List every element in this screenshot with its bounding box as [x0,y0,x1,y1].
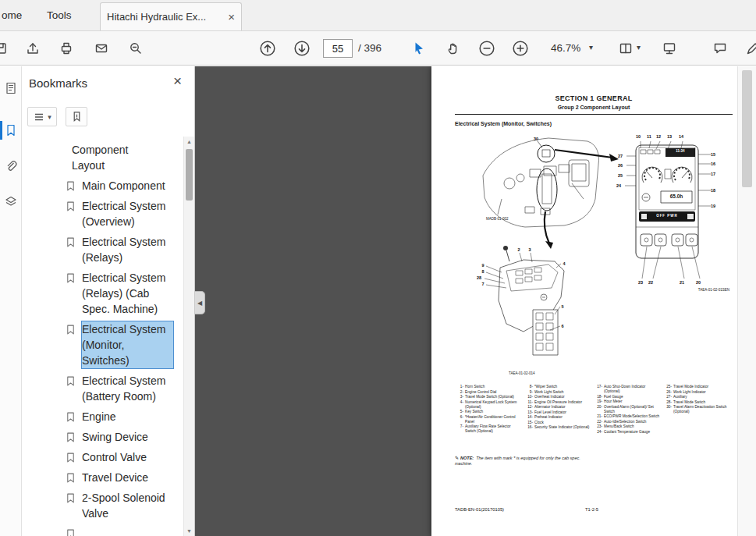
next-page-button[interactable] [289,35,315,62]
bookmark-icon [66,493,76,503]
bookmark-label: Component Layout [72,142,163,173]
callout-number: 14 [679,134,683,139]
legend-column: 17-Auto Shut-Down Indicator (Optional)18… [594,385,660,435]
legend-item: 1-Horn Switch [455,385,521,389]
document-scrollbar[interactable] [737,66,756,536]
scroll-up-icon[interactable]: ▲ [184,139,194,144]
bookmark-icon [66,529,76,536]
tab-close-icon[interactable]: × [228,11,235,23]
zoom-in-button[interactable] [507,35,534,62]
callout-number: 12 [656,134,661,139]
page-display-icon[interactable] [612,35,639,62]
menu-home[interactable]: ome [2,0,22,31]
legend-item: 26-Work Light Indicator [663,390,729,395]
callout-number: 9 [481,263,484,268]
callout-number: 6 [561,324,563,328]
page-number-input[interactable] [323,39,353,58]
bookmark-item[interactable]: Engine [22,406,183,427]
bookmark-options-button[interactable]: ▾ [27,107,57,126]
callout-number: 27 [618,154,623,158]
bookmark-icon [66,473,76,483]
bookmark-label: Electrical System (Relays) (Cab Spec. Ma… [82,270,173,317]
bookmark-icon [66,273,76,283]
zoom-level-value[interactable]: 46.7% [551,42,580,54]
print-icon[interactable] [53,35,80,62]
bookmark-item[interactable]: Control Valve [22,447,183,467]
scroll-down-icon[interactable]: ▼ [184,528,194,534]
toolbar: / 396 46.7% ▾ ▾ [0,31,756,66]
bookmark-label: Swing Device [82,429,173,445]
page-display-caret-icon[interactable]: ▾ [637,43,641,51]
share-upload-icon[interactable] [20,35,46,62]
bookmark-item[interactable] [22,524,183,536]
bookmark-item[interactable]: Travel Device [22,467,183,488]
bookmarks-panel-close-icon[interactable]: × [173,73,182,88]
bookmark-icon [66,181,76,191]
bookmark-label: Travel Device [82,470,173,485]
bookmark-item[interactable]: Main Component [22,176,183,196]
legend-item: 19-Hour Meter [594,399,660,404]
bookmark-item[interactable]: Component Layout [22,140,183,176]
callout-number: 5 [561,304,563,309]
bookmark-icon [66,412,76,422]
callout-number: 18 [711,188,715,193]
attachments-icon[interactable] [2,155,20,177]
legend-item: 15-Clock [524,421,591,425]
legend-item: 7-Auxiliary Flow Rate Selector Switch (O… [455,424,521,434]
callout-number: 21 [680,280,684,285]
comment-icon[interactable] [707,35,733,62]
previous-page-button[interactable] [254,35,281,62]
expand-current-bookmark-button[interactable] [66,107,87,126]
bookmark-item[interactable]: Electrical System (Relays) (Cab Spec. Ma… [22,268,183,319]
email-icon[interactable] [88,35,115,62]
legend-item: 11-Engine Oil Pressure Indicator [524,400,591,405]
bookmark-item[interactable]: Swing Device [22,427,183,447]
zoom-out-button[interactable] [474,35,500,62]
callout-number: 7 [481,282,484,286]
callout-number: 30 [534,137,538,141]
bookmarks-pane-icon[interactable] [2,119,20,141]
fill-sign-pen-icon[interactable] [740,35,756,62]
save-file-icon[interactable] [0,35,14,62]
bookmarks-panel-title: Bookmarks [29,76,87,90]
document-area[interactable]: SECTION 1 GENERAL Group 2 Component Layo… [195,66,756,536]
legend-item: 21-ECO/PWR Mode/Selection Switch [594,414,660,419]
legend-item: 22-Auto-Idle/Selection Switch [594,420,660,424]
bookmark-item-selected[interactable]: Electrical System (Monitor, Switches) [22,319,183,371]
note-text: The item with mark * is equipped for onl… [455,456,580,466]
zoom-dropdown-caret-icon[interactable]: ▾ [589,43,593,51]
legend-item: 27-Auxiliary [663,395,729,399]
bookmark-item[interactable]: 2-Spool Solenoid Valve [22,488,183,524]
bookmark-label: Engine [82,409,173,424]
bookmark-icon [66,376,76,386]
legend-item: 24-Coolant Temperature Gauge [594,430,660,435]
bookmark-icon [66,201,76,211]
legend-item: 30-Travel Alarm Deactivation Switch (Opt… [663,405,729,414]
hand-tool-icon[interactable] [440,35,467,62]
bookmark-label: Electrical System (Battery Room) [82,373,173,404]
legend-item: 17-Auto Shut-Down Indicator (Optional) [594,385,660,394]
bookmarks-scrollbar-thumb[interactable] [186,149,193,201]
collapse-left-icon: ◀ [197,300,202,307]
menu-tools[interactable]: Tools [47,0,72,31]
callout-number: 10 [636,134,641,139]
callout-number: 17 [711,172,715,176]
collapse-panel-handle[interactable]: ◀ [195,291,205,314]
layers-icon[interactable] [2,191,20,213]
legend-item: 20-Overload Alarm (Optional)/ Set Switch [594,405,660,414]
document-tab[interactable]: Hitachi Hydraulic Ex... × [100,2,242,30]
marquee-zoom-icon[interactable] [122,35,149,62]
bookmarks-scrollbar[interactable]: ▲ ▼ [183,137,194,536]
callout-number: 28 [477,275,481,280]
presentation-view-icon[interactable] [656,35,683,62]
bookmark-item[interactable]: Electrical System (Battery Room) [22,371,183,406]
legend-item: 10-Overheat Indicator [524,395,591,399]
select-tool-icon[interactable] [406,35,432,62]
document-scrollbar-thumb[interactable] [742,70,752,187]
page-thumbnails-icon[interactable] [2,77,20,99]
callout-number: 20 [696,280,701,285]
legend-item: 6-*Heater/Air Conditioner Control Panel [455,415,521,424]
bookmark-item[interactable]: Electrical System (Overview) [22,196,183,232]
main-area: Bookmarks × ▾ Component LayoutMain Compo… [0,66,756,536]
bookmark-item[interactable]: Electrical System (Relays) [22,232,183,268]
